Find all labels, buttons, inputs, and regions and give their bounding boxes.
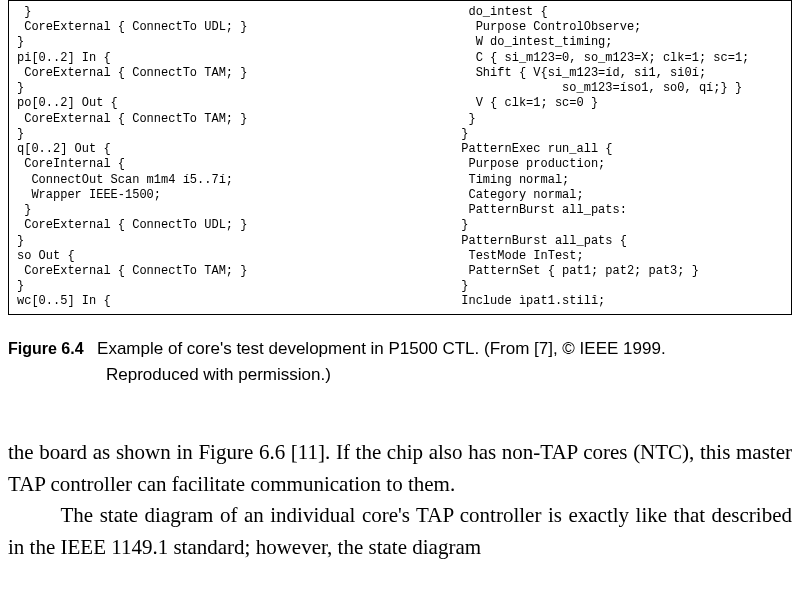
caption-text-line1: Example of core's test development in P1… [97, 339, 666, 358]
paragraph-1: the board as shown in Figure 6.6 [11]. I… [8, 437, 792, 500]
body-text: the board as shown in Figure 6.6 [11]. I… [8, 437, 792, 563]
code-left-column: } CoreExternal { ConnectTo UDL; } } pi[0… [17, 5, 461, 310]
code-listing: } CoreExternal { ConnectTo UDL; } } pi[0… [8, 0, 792, 315]
code-right-column: do_intest { Purpose ControlObserve; W do… [461, 5, 783, 310]
caption-text-line2: Reproduced with permission.) [106, 362, 792, 388]
figure-label: Figure 6.4 [8, 340, 84, 357]
paragraph-2: The state diagram of an individual core'… [8, 500, 792, 563]
figure-caption: Figure 6.4 Example of core's test develo… [8, 335, 792, 388]
